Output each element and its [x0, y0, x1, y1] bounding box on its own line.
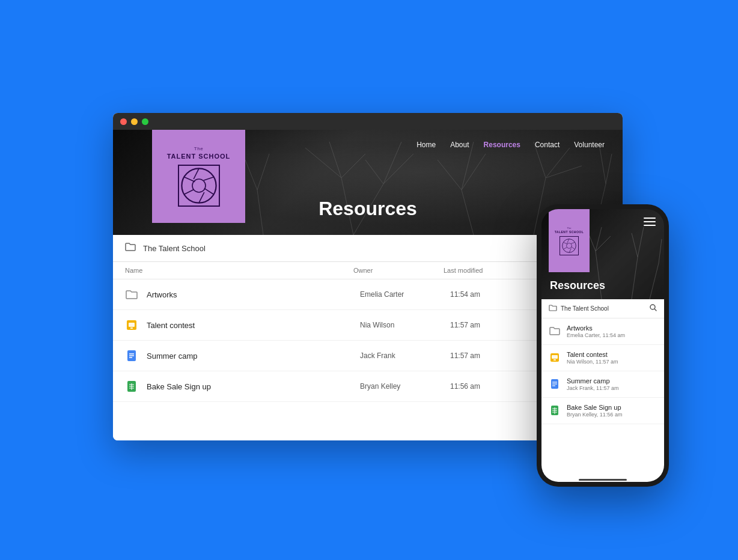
breadcrumb-folder-icon [125, 242, 136, 254]
mobile-hero-title: Resources [550, 279, 605, 292]
svg-line-50 [659, 239, 662, 263]
svg-line-49 [650, 263, 659, 299]
nav-bar: Home About Resources Contact Volunteer [416, 141, 605, 149]
svg-line-44 [596, 227, 602, 251]
svg-line-2 [329, 142, 341, 178]
file-name: Bake Sale Sign up [147, 382, 360, 391]
nav-home[interactable]: Home [416, 141, 436, 149]
maximize-dot[interactable] [142, 118, 148, 125]
svg-line-42 [596, 251, 602, 299]
svg-rect-31 [129, 323, 135, 327]
hamburger-line-3 [644, 225, 656, 226]
mobile-folder-icon [549, 304, 557, 313]
folder-icon [125, 288, 138, 301]
svg-line-28 [184, 190, 193, 195]
svg-line-25 [203, 177, 213, 181]
svg-line-3 [341, 154, 365, 178]
mobile-file-row[interactable]: Bake Sale Sign up Bryan Kelley, 11:56 am [541, 398, 664, 424]
svg-line-6 [383, 142, 401, 184]
svg-line-10 [462, 154, 486, 190]
svg-rect-62 [552, 355, 558, 359]
mobile-file-info: Bake Sale Sign up Bryan Kelley, 11:56 am [567, 404, 657, 418]
logo-small-text: The [194, 146, 203, 151]
mobile-screen: The TALENT SCHOOL [541, 209, 664, 482]
file-name: Talent contest [147, 321, 360, 330]
svg-line-27 [199, 192, 204, 203]
minimize-dot[interactable] [131, 118, 138, 125]
svg-line-57 [563, 247, 567, 249]
svg-line-54 [571, 242, 575, 243]
mobile-logo-main: TALENT SCHOOL [555, 230, 584, 234]
svg-line-47 [638, 227, 644, 257]
file-owner: Nia Wilson [360, 321, 450, 329]
mobile-logo-block: The TALENT SCHOOL [549, 209, 590, 272]
mobile-file-row[interactable]: Summer camp Jack Frank, 11:57 am [541, 371, 664, 398]
svg-rect-63 [554, 359, 556, 361]
hamburger-line-1 [644, 218, 656, 219]
nav-resources[interactable]: Resources [484, 141, 520, 149]
svg-line-26 [204, 188, 213, 194]
mobile-file-row[interactable]: Talent contest Nia Wilson, 11:57 am [541, 345, 664, 371]
mobile-slides-icon [549, 352, 561, 364]
home-indicator [579, 479, 627, 481]
svg-line-55 [571, 246, 575, 249]
close-dot[interactable] [120, 118, 127, 125]
mobile-search-icon[interactable] [650, 304, 657, 313]
svg-line-13 [546, 148, 570, 178]
mobile-docs-icon [549, 378, 561, 390]
mobile-file-meta: Nia Wilson, 11:57 am [567, 359, 657, 365]
nav-about[interactable]: About [450, 141, 469, 149]
mobile-hero: The TALENT SCHOOL [541, 209, 664, 299]
svg-point-22 [181, 168, 216, 202]
mobile-breadcrumb: The Talent School [541, 299, 664, 318]
col-name-header[interactable]: Name [125, 267, 353, 274]
file-owner: Bryan Kelley [360, 382, 450, 391]
mobile-breadcrumb-text: The Talent School [561, 305, 646, 312]
mobile-folder-icon [549, 325, 561, 337]
svg-line-45 [596, 236, 611, 251]
svg-line-60 [654, 309, 656, 311]
docs-icon [125, 349, 138, 362]
svg-line-53 [567, 239, 569, 243]
svg-line-1 [305, 148, 341, 178]
file-owner: Emelia Carter [360, 290, 450, 299]
svg-line-16 [257, 190, 263, 235]
svg-line-56 [569, 248, 571, 252]
mobile-file-name: Artworks [567, 324, 657, 332]
hamburger-line-2 [644, 221, 656, 222]
file-owner: Jack Frank [360, 352, 450, 360]
svg-line-29 [184, 177, 195, 182]
mobile-file-info: Talent contest Nia Wilson, 11:57 am [567, 351, 657, 365]
mobile-logo-icon [560, 236, 579, 255]
logo-block: The TALENT SCHOOL [152, 130, 245, 223]
mobile-file-meta: Emelia Carter, 11:54 am [567, 332, 657, 338]
file-name: Artworks [147, 290, 360, 299]
hamburger-menu[interactable] [644, 218, 656, 226]
svg-line-21 [600, 148, 606, 184]
svg-point-51 [563, 239, 576, 252]
col-owner-header[interactable]: Owner [353, 267, 444, 274]
svg-line-15 [546, 166, 582, 178]
mobile-file-meta: Bryan Kelley, 11:56 am [567, 412, 657, 418]
svg-line-11 [462, 142, 474, 190]
mobile-file-info: Summer camp Jack Frank, 11:57 am [567, 377, 657, 391]
svg-line-46 [632, 257, 638, 299]
mobile-file-info: Artworks Emelia Carter, 11:54 am [567, 324, 657, 338]
svg-line-18 [257, 154, 269, 190]
svg-line-8 [462, 190, 474, 235]
browser-titlebar [113, 113, 623, 130]
mobile-sheets-icon [549, 404, 561, 416]
mobile-file-row[interactable]: Artworks Emelia Carter, 11:54 am [541, 318, 664, 345]
svg-line-5 [383, 154, 413, 184]
mobile-logo-small: The [567, 227, 572, 230]
slides-icon [125, 318, 138, 332]
breadcrumb: The Talent School [143, 244, 554, 253]
logo-icon [178, 165, 220, 207]
logo-main-text: TALENT SCHOOL [167, 153, 231, 160]
nav-volunteer[interactable]: Volunteer [574, 141, 605, 149]
mobile-file-name: Talent contest [567, 351, 657, 358]
file-name: Summer camp [147, 352, 360, 361]
nav-contact[interactable]: Contact [535, 141, 560, 149]
svg-rect-32 [130, 327, 133, 329]
mobile-file-name: Bake Sale Sign up [567, 404, 657, 411]
